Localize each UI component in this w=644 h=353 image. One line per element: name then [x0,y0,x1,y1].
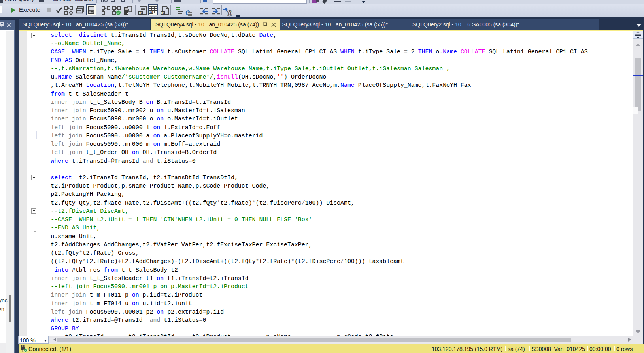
svg-text:@: @ [226,9,232,17]
svg-text:01: 01 [139,11,143,15]
svg-text:01: 01 [149,10,153,14]
svg-text:01: 01 [161,11,165,15]
